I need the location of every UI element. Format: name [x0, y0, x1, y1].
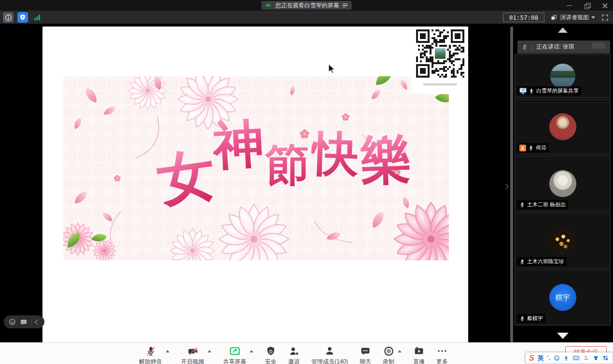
mic-muted-icon [519, 202, 525, 208]
fullscreen-button[interactable] [601, 13, 609, 22]
banner-menu-icon[interactable] [343, 2, 348, 9]
close-button[interactable] [602, 2, 608, 9]
participant-tile[interactable]: 棋宇 蔡棋宇 [515, 270, 611, 325]
qr-code-panel [412, 27, 468, 94]
emoji-reaction-icon[interactable] [9, 318, 16, 325]
camera-off-icon [187, 345, 198, 357]
screen-watch-banner[interactable]: 您正在观看白雪琴的屏幕 [262, 1, 352, 10]
chat-bubble-icon[interactable] [20, 318, 28, 326]
avatar: 棋宇 [549, 284, 576, 311]
main-area: 女 神 節 快 樂 [0, 24, 613, 342]
mic-muted-icon [145, 345, 156, 357]
ime-toolbox-icon[interactable] [602, 355, 609, 361]
chat-icon [360, 345, 371, 357]
security-button[interactable]: 安全 [265, 345, 277, 364]
watermark-logo [594, 43, 605, 49]
meeting-toolbar: 解除静音 开启视频 共享屏幕 [0, 342, 613, 364]
participant-label: 土木二班 杨创志 [517, 200, 568, 209]
layout-icon [550, 14, 557, 21]
title-bar: 您正在观看白雪琴的屏幕 [0, 0, 613, 11]
avatar [549, 170, 576, 197]
mic-on-icon [529, 88, 534, 94]
qr-caption-line [423, 83, 457, 85]
ime-language-toggle[interactable]: 英 [538, 355, 544, 361]
shared-screen: 女 神 節 快 樂 [42, 27, 468, 342]
chat-button[interactable]: 聊天 [360, 345, 371, 364]
participant-label: 白雪琴的屏幕共享 [517, 86, 581, 95]
video-options-caret[interactable] [208, 350, 211, 352]
scroll-down-arrow[interactable] [557, 333, 569, 339]
festival-banner: 女 神 節 快 樂 [63, 76, 449, 260]
restore-button[interactable] [584, 2, 590, 9]
status-bar: 01:57:08 演讲者视图 [0, 11, 613, 24]
banner-char: 樂 [360, 133, 413, 186]
participant-tile[interactable]: 土木六班陈宝珍 [515, 213, 611, 269]
manage-members-button[interactable]: 管理成员(140) [311, 345, 348, 364]
participant-tile[interactable]: 何芬 [515, 99, 611, 155]
network-signal-icon[interactable] [32, 12, 42, 23]
record-button[interactable]: 录制 [383, 345, 394, 364]
share-screen-button[interactable]: 共享屏幕 [223, 345, 246, 364]
start-video-button[interactable]: 开启视频 [181, 345, 204, 364]
more-dots-icon [437, 345, 447, 357]
sogou-logo[interactable]: S [529, 354, 534, 362]
meeting-window: 您正在观看白雪琴的屏幕 01:57:08 演讲者视图 [0, 0, 613, 364]
mic-muted-icon [528, 145, 534, 151]
view-selector[interactable]: 演讲者视图 [550, 13, 595, 22]
ime-phrases-icon[interactable] [583, 355, 589, 361]
collapse-left-chevron[interactable] [35, 319, 40, 324]
minimize-button[interactable] [566, 2, 572, 9]
active-speaker-bar: 正在讲话: 张琪 [517, 40, 610, 54]
mic-muted-icon [521, 44, 528, 51]
speaker-icon [265, 2, 272, 9]
mic-muted-icon [519, 259, 525, 265]
mic-muted-icon [519, 316, 525, 322]
ime-toolbar: S 英 ’, [526, 352, 613, 364]
member-badge-icon [519, 145, 526, 151]
participant-label: 蔡棋宇 [517, 314, 545, 323]
banner-char: 快 [310, 129, 359, 178]
watching-label: 您正在观看白雪琴的屏幕 [276, 1, 339, 10]
screen-share-icon [519, 87, 527, 94]
record-icon [383, 345, 394, 357]
share-options-caret[interactable] [250, 350, 253, 352]
view-selector-label: 演讲者视图 [560, 13, 589, 22]
banner-char: 神 [211, 117, 265, 171]
unmute-button[interactable]: 解除静音 [139, 345, 162, 364]
scroll-up-arrow[interactable] [558, 27, 568, 33]
ime-skin-icon[interactable] [593, 355, 599, 361]
avatar [549, 227, 576, 254]
share-screen-icon [229, 345, 240, 357]
ime-voice-icon[interactable] [563, 355, 569, 361]
banner-char: 節 [265, 142, 309, 187]
invite-button[interactable]: 邀请 [288, 345, 300, 364]
window-controls [566, 0, 608, 11]
reaction-pill [4, 315, 44, 328]
participant-tile[interactable]: 白雪琴的屏幕共享 [515, 54, 611, 98]
ime-punctuation-toggle[interactable]: ’, [547, 355, 550, 361]
avatar [549, 113, 576, 140]
shield-icon [265, 345, 276, 357]
banner-char: 女 [154, 145, 218, 209]
active-speaker-label: 正在讲话: 张琪 [536, 43, 574, 51]
participant-label: 何芬 [517, 143, 549, 152]
participant-tile[interactable]: 土木二班 杨创志 [515, 156, 611, 212]
mouse-cursor [328, 64, 335, 74]
meeting-info-icon[interactable] [3, 12, 14, 23]
participants-sidebar: 正在讲话: 张琪 白雪琴的屏幕共享 何芬 [513, 24, 613, 342]
ime-keyboard-icon[interactable] [572, 354, 580, 362]
ime-emoji-icon[interactable] [554, 355, 560, 361]
avatar [550, 64, 575, 89]
invite-icon [289, 345, 300, 357]
live-stream-button[interactable]: 直播 [413, 345, 425, 364]
avatar-initials: 棋宇 [556, 293, 570, 302]
sidebar-collapse-chevron[interactable] [503, 183, 510, 190]
chevron-down-icon [591, 16, 595, 19]
banner-calligraphy: 女 神 節 快 樂 [158, 128, 412, 185]
meeting-timer: 01:57:08 [503, 13, 544, 22]
audio-options-caret[interactable] [166, 350, 169, 352]
security-shield-icon[interactable] [17, 12, 28, 23]
more-button[interactable]: 更多 [436, 345, 448, 364]
record-options-caret[interactable] [398, 350, 402, 352]
members-icon [324, 345, 335, 357]
